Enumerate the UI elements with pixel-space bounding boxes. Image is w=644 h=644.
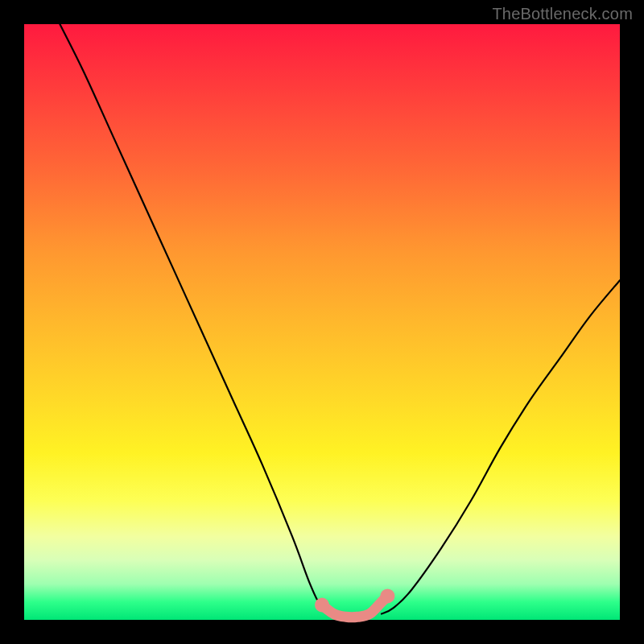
curve-svg <box>24 24 620 620</box>
chart-frame: TheBottleneck.com <box>0 0 644 644</box>
svg-point-1 <box>380 588 394 603</box>
left-curve <box>60 24 333 614</box>
plot-area <box>24 24 620 620</box>
right-curve <box>382 280 620 613</box>
watermark-text: TheBottleneck.com <box>492 5 633 23</box>
svg-point-0 <box>315 598 329 613</box>
